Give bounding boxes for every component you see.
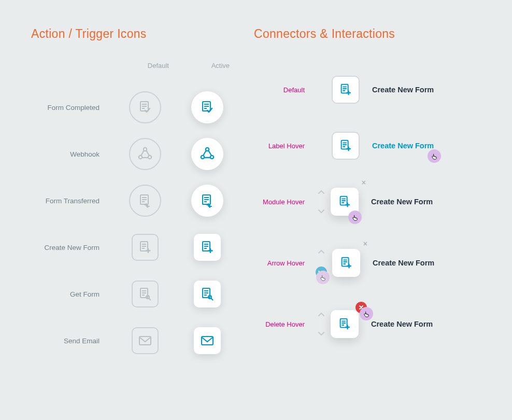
move-up-icon[interactable]	[317, 188, 325, 197]
svg-point-6	[201, 156, 204, 159]
close-icon[interactable]: ×	[362, 178, 366, 187]
row-label: Create New Form	[31, 244, 114, 251]
form-transferred-active-icon	[191, 185, 223, 217]
move-up-icon[interactable]	[317, 248, 325, 256]
svg-point-7	[210, 156, 214, 159]
state-label-default: Default	[254, 86, 317, 94]
create-form-default-icon	[132, 234, 159, 261]
form-completed-active-icon	[191, 91, 223, 123]
webhook-default-icon	[129, 138, 161, 170]
svg-rect-17	[202, 337, 213, 345]
get-form-default-icon	[132, 281, 159, 307]
module-card[interactable]: ×	[332, 249, 360, 277]
row-label: Webhook	[31, 150, 114, 158]
module-label[interactable]: Create New Form	[372, 142, 434, 150]
module-card[interactable]: ×	[331, 188, 359, 216]
move-down-icon[interactable]	[317, 329, 325, 338]
create-form-active-icon	[194, 234, 221, 261]
form-transferred-default-icon	[129, 185, 161, 217]
section-title-connectors: Connectors & Interactions	[254, 27, 481, 41]
row-label: Send Email	[31, 337, 114, 345]
pointer-cursor-icon	[348, 211, 362, 224]
get-form-active-icon	[194, 281, 221, 307]
svg-rect-16	[139, 337, 151, 345]
module-card[interactable]	[332, 132, 360, 160]
move-up-icon[interactable]	[317, 311, 325, 319]
row-label: Form Completed	[31, 104, 114, 111]
pointer-cursor-icon	[316, 271, 330, 284]
move-down-icon[interactable]	[317, 207, 325, 215]
module-label[interactable]: Create New Form	[373, 259, 434, 267]
module-card[interactable]	[331, 310, 359, 338]
state-label-arrow-hover: Arrow Hover	[254, 259, 317, 267]
form-completed-default-icon	[129, 91, 161, 123]
module-label[interactable]: Create New Form	[371, 198, 433, 206]
col-header-default: Default	[130, 62, 187, 69]
col-header-active: Active	[187, 62, 254, 69]
send-email-default-icon	[132, 327, 159, 354]
svg-point-4	[148, 156, 151, 159]
webhook-active-icon	[191, 138, 223, 170]
pointer-cursor-icon	[428, 149, 441, 163]
close-icon[interactable]: ×	[363, 240, 367, 248]
module-label[interactable]: Create New Form	[372, 86, 434, 94]
state-label-delete-hover: Delete Hover	[254, 320, 317, 328]
section-title-action-trigger: Action / Trigger Icons	[31, 27, 254, 41]
svg-point-3	[139, 156, 142, 159]
row-label: Get Form	[31, 290, 114, 298]
state-label-module-hover: Module Hover	[254, 198, 317, 206]
row-label: Form Transferred	[31, 197, 114, 205]
module-label[interactable]: Create New Form	[371, 320, 433, 328]
module-card[interactable]	[332, 76, 360, 104]
pointer-cursor-icon	[360, 307, 373, 320]
state-label-label-hover: Label Hover	[254, 142, 317, 150]
send-email-active-icon	[194, 327, 221, 354]
